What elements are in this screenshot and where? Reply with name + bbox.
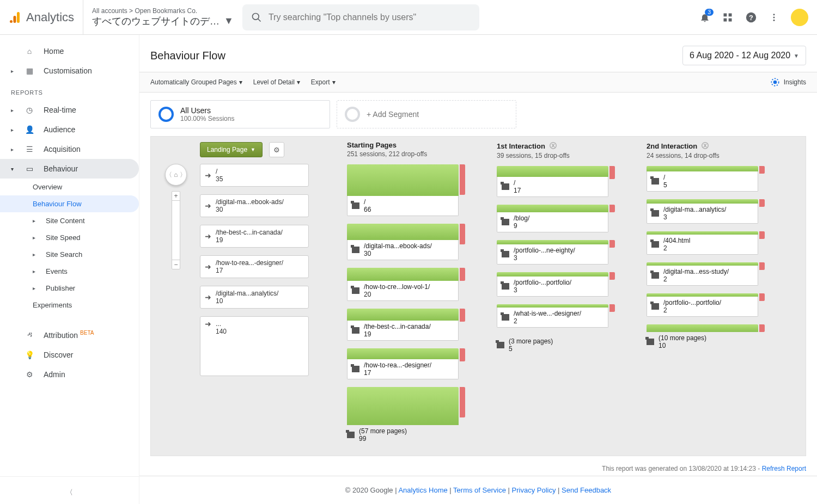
flow-node[interactable]: /portfolio-...portfolio/2 bbox=[647, 293, 758, 317]
flow-node[interactable]: /404.html2 bbox=[647, 231, 758, 255]
product-logo[interactable]: Analytics bbox=[9, 0, 83, 35]
close-step-icon[interactable]: ⓧ bbox=[550, 141, 557, 151]
nav-audience[interactable]: ▸👤Audience bbox=[0, 120, 139, 139]
dropoff-indicator bbox=[460, 268, 465, 281]
nav-customisation[interactable]: ▸▦Customisation bbox=[0, 61, 139, 81]
nav-overview[interactable]: Overview bbox=[0, 179, 139, 195]
flow-node[interactable]: (10 more pages)10 bbox=[647, 324, 758, 352]
apps-icon[interactable] bbox=[722, 12, 733, 23]
footer-terms[interactable]: Terms of Service bbox=[453, 486, 506, 494]
search-bar[interactable] bbox=[242, 4, 480, 30]
page-icon bbox=[352, 327, 359, 334]
nav-site-speed[interactable]: ▸Site Speed bbox=[0, 229, 139, 246]
nav-site-search[interactable]: ▸Site Search bbox=[0, 246, 139, 263]
dropoff-indicator bbox=[609, 205, 615, 212]
step-header: 2nd Interaction ⓧ bbox=[647, 141, 758, 151]
flow-node[interactable]: /66 bbox=[347, 164, 459, 216]
step-header: Starting Pages bbox=[347, 141, 459, 149]
nav-publisher[interactable]: ▸Publisher bbox=[0, 280, 139, 297]
footer-analytics-home[interactable]: Analytics Home bbox=[398, 486, 447, 494]
nav-behaviour[interactable]: ▾▭Behaviour bbox=[0, 159, 139, 179]
nav-section-reports: REPORTS bbox=[0, 81, 139, 100]
flow-node[interactable]: /portfolio-...portfolio/3 bbox=[497, 272, 608, 297]
landing-node[interactable]: ➜...140 bbox=[200, 316, 309, 376]
zoom-out-button[interactable]: − bbox=[172, 260, 180, 269]
segment-all-users[interactable]: All Users 100.00% Sessions bbox=[150, 100, 330, 128]
flow-node[interactable]: /how-to-cre...low-vol-1/20 bbox=[347, 268, 459, 301]
nav-behaviour-flow[interactable]: Behaviour Flow bbox=[0, 195, 139, 212]
search-icon bbox=[251, 12, 262, 23]
page-icon bbox=[651, 210, 659, 217]
close-step-icon[interactable]: ⓧ bbox=[702, 141, 709, 151]
flow-node[interactable]: (57 more pages)99 bbox=[347, 387, 459, 445]
footer-privacy[interactable]: Privacy Policy bbox=[512, 486, 556, 494]
flow-node[interactable]: /5 bbox=[647, 166, 758, 192]
behaviour-flow-chart[interactable]: 〈 ⌂ 〉 + − Landing Page ▼ ⚙ ➜/35➜/digital… bbox=[150, 136, 806, 456]
flow-settings-button[interactable]: ⚙ bbox=[269, 142, 284, 157]
dropoff-indicator bbox=[609, 240, 615, 248]
flow-node[interactable]: /digital-ma...analytics/3 bbox=[647, 199, 758, 224]
svg-rect-7 bbox=[724, 18, 727, 21]
landing-node[interactable]: ➜/how-to-rea...-designer/17 bbox=[200, 255, 309, 278]
dropoff-indicator bbox=[759, 293, 765, 301]
nav-experiments[interactable]: Experiments bbox=[0, 297, 139, 314]
nav-discover[interactable]: 💡Discover bbox=[0, 345, 139, 365]
collapse-nav-button[interactable]: 〈 bbox=[0, 481, 139, 504]
zoom-in-button[interactable]: + bbox=[172, 192, 180, 200]
landing-node[interactable]: ➜/digital-ma...analytics/10 bbox=[200, 286, 309, 309]
flow-node[interactable]: /the-best-c...in-canada/19 bbox=[347, 309, 459, 341]
flow-node[interactable]: /how-to-rea...-designer/17 bbox=[347, 348, 459, 379]
page-icon bbox=[651, 272, 659, 279]
entry-icon: ➜ bbox=[205, 232, 211, 240]
grouped-pages-dropdown[interactable]: Automatically Grouped Pages ▾ bbox=[150, 78, 242, 86]
export-dropdown[interactable]: Export ▾ bbox=[311, 78, 336, 86]
footer-feedback[interactable]: Send Feedback bbox=[562, 486, 611, 494]
gear-icon: ⚙ bbox=[24, 370, 35, 379]
page-title: Behaviour Flow bbox=[150, 50, 225, 62]
dimension-selector[interactable]: Landing Page ▼ bbox=[200, 142, 263, 157]
svg-text:?: ? bbox=[749, 13, 753, 21]
nav-realtime[interactable]: ▸◷Real-time bbox=[0, 100, 139, 120]
step-subheader: 251 sessions, 212 drop-offs bbox=[347, 150, 459, 158]
search-input[interactable] bbox=[269, 13, 471, 22]
insights-button[interactable]: Insights bbox=[770, 77, 806, 88]
landing-node[interactable]: ➜/35 bbox=[200, 164, 309, 187]
page-icon bbox=[651, 241, 659, 248]
avatar[interactable] bbox=[791, 9, 808, 26]
svg-point-3 bbox=[252, 13, 259, 20]
flow-node[interactable]: /digital-ma...ess-study/2 bbox=[647, 262, 758, 286]
nav-site-content[interactable]: ▸Site Content bbox=[0, 212, 139, 229]
flow-node[interactable]: /digital-ma...ebook-ads/30 bbox=[347, 224, 459, 260]
svg-rect-8 bbox=[729, 18, 732, 21]
flow-node[interactable]: /17 bbox=[497, 166, 608, 197]
chevron-down-icon: ▾ bbox=[297, 78, 300, 86]
more-vert-icon[interactable] bbox=[769, 13, 779, 22]
pan-home-button[interactable]: 〈 ⌂ 〉 bbox=[165, 164, 187, 186]
flow-node[interactable]: /what-is-we...-designer/2 bbox=[497, 304, 608, 328]
svg-rect-6 bbox=[729, 13, 732, 16]
account-switcher[interactable]: All accounts > Open Bookmarks Co. すべてのウェ… bbox=[83, 7, 242, 28]
help-icon[interactable]: ? bbox=[745, 11, 757, 23]
flow-node[interactable]: (3 more pages)5 bbox=[497, 335, 608, 355]
flow-node[interactable]: /portfolio-...ne-eighty/3 bbox=[497, 240, 608, 265]
nav-admin[interactable]: ⚙Admin bbox=[0, 365, 139, 384]
nav-attribution[interactable]: ዳAttributionBETA bbox=[0, 324, 139, 345]
nav-events[interactable]: ▸Events bbox=[0, 263, 139, 280]
notifications-button[interactable]: 3 bbox=[699, 12, 710, 23]
nav-acquisition[interactable]: ▸☰Acquisition bbox=[0, 139, 139, 159]
generated-info: This report was generated on 13/08/2020 … bbox=[139, 462, 817, 476]
dropoff-indicator bbox=[609, 304, 615, 312]
page-footer: © 2020 Google | Analytics Home | Terms o… bbox=[139, 476, 817, 504]
landing-node[interactable]: ➜/digital-ma...ebook-ads/30 bbox=[200, 194, 309, 217]
landing-node[interactable]: ➜/the-best-c...in-canada/19 bbox=[200, 225, 309, 248]
zoom-slider[interactable] bbox=[172, 200, 180, 260]
nav-home[interactable]: ⌂Home bbox=[0, 41, 139, 61]
flow-node[interactable]: /blog/9 bbox=[497, 205, 608, 232]
level-detail-dropdown[interactable]: Level of Detail ▾ bbox=[253, 78, 300, 86]
notification-badge: 3 bbox=[705, 9, 714, 16]
page-icon bbox=[352, 247, 359, 253]
page-icon bbox=[651, 178, 659, 185]
add-segment-button[interactable]: + Add Segment bbox=[337, 100, 516, 128]
refresh-report-link[interactable]: Refresh Report bbox=[762, 465, 806, 472]
date-range-picker[interactable]: 6 Aug 2020 - 12 Aug 2020 ▼ bbox=[682, 46, 806, 65]
